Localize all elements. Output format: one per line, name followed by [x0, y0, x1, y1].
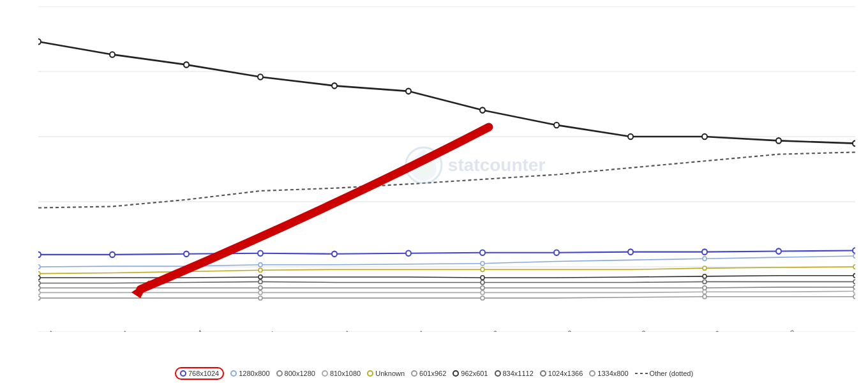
svg-point-27 [184, 252, 189, 257]
svg-point-26 [110, 252, 115, 258]
svg-text:Apr 2022: Apr 2022 [692, 329, 722, 332]
svg-text:May 2022: May 2022 [765, 328, 797, 332]
svg-point-49 [481, 276, 484, 280]
svg-text:Oct 2021: Oct 2021 [248, 329, 278, 332]
svg-point-37 [38, 265, 40, 269]
svg-point-62 [38, 290, 40, 294]
legend-label-800x1280: 800x1280 [285, 370, 315, 377]
svg-point-30 [406, 251, 411, 257]
legend-item-1334x800: 1334x800 [589, 370, 628, 377]
svg-point-69 [481, 296, 484, 300]
svg-point-51 [853, 274, 855, 278]
svg-point-40 [703, 257, 707, 260]
legend-dot-834x1112 [495, 370, 501, 377]
svg-point-52 [38, 281, 40, 285]
legend-dot-601x962 [411, 370, 417, 377]
svg-point-56 [853, 280, 855, 283]
svg-point-57 [38, 286, 40, 290]
legend-label-1334x800: 1334x800 [597, 370, 628, 377]
svg-text:June 2022: June 2022 [841, 327, 855, 332]
svg-text:Aug 2021: Aug 2021 [99, 328, 131, 332]
svg-point-60 [703, 286, 707, 290]
legend-label-unknown: Unknown [375, 370, 405, 377]
chart-legend: 768x1024 1280x800 800x1280 810x1080 Unkn… [0, 367, 868, 380]
svg-text:Feb 2022: Feb 2022 [543, 329, 574, 332]
svg-point-66 [853, 289, 855, 293]
legend-label-1280x800: 1280x800 [239, 370, 269, 377]
legend-dot-1334x800 [589, 370, 595, 377]
legend-item-834x1112: 834x1112 [495, 370, 534, 377]
legend-dot-962x601 [453, 370, 459, 377]
svg-point-17 [332, 83, 337, 89]
legend-dot-unknown [367, 370, 373, 377]
legend-label-1024x1366: 1024x1366 [548, 370, 583, 377]
svg-point-23 [776, 138, 781, 144]
legend-line-other [635, 373, 648, 374]
svg-point-39 [481, 262, 484, 266]
svg-point-32 [554, 250, 559, 255]
svg-point-15 [184, 62, 189, 68]
chart-container: statcounter 50% 40% 30% 20% 10% 0% [0, 0, 868, 383]
svg-point-67 [38, 296, 40, 300]
legend-label-834x1112: 834x1112 [503, 370, 534, 377]
svg-point-29 [332, 252, 337, 257]
legend-label-601x962: 601x962 [419, 370, 446, 377]
legend-label-810x1080: 810x1080 [330, 370, 361, 377]
legend-label-768x1024: 768x1024 [188, 370, 219, 377]
legend-item-768x1024: 768x1024 [175, 367, 224, 380]
svg-point-38 [258, 263, 262, 267]
legend-item-601x962: 601x962 [411, 370, 446, 377]
chart-area: statcounter 50% 40% 30% 20% 10% 0% [38, 6, 855, 332]
legend-dot-810x1080 [322, 370, 328, 377]
svg-text:Jan 2022: Jan 2022 [469, 329, 500, 332]
legend-dot-1280x800 [230, 370, 237, 377]
svg-point-13 [38, 39, 41, 45]
svg-point-31 [480, 250, 485, 255]
legend-item-800x1280: 800x1280 [276, 370, 315, 377]
svg-point-33 [628, 249, 633, 255]
svg-point-61 [853, 285, 855, 289]
svg-point-54 [481, 280, 484, 284]
svg-point-16 [258, 74, 263, 80]
svg-point-71 [853, 295, 855, 299]
svg-text:Dec 2021: Dec 2021 [395, 328, 427, 332]
main-chart-svg: 50% 40% 30% 20% 10% 0% [38, 6, 855, 332]
svg-text:Sept 2021: Sept 2021 [172, 327, 206, 332]
svg-point-63 [258, 290, 262, 294]
legend-item-other: Other (dotted) [635, 370, 693, 377]
svg-point-68 [258, 296, 262, 300]
svg-point-65 [703, 290, 707, 294]
svg-point-47 [38, 276, 40, 280]
svg-point-14 [110, 52, 115, 57]
svg-point-55 [703, 280, 707, 283]
svg-point-53 [258, 280, 262, 283]
svg-text:Nov 2021: Nov 2021 [321, 328, 353, 332]
legend-item-1280x800: 1280x800 [230, 370, 269, 377]
legend-label-other: Other (dotted) [650, 370, 693, 377]
svg-point-44 [481, 267, 484, 271]
svg-point-21 [628, 134, 633, 140]
legend-item-unknown: Unknown [367, 370, 405, 377]
svg-point-42 [38, 271, 40, 275]
svg-text:July 2021: July 2021 [38, 328, 57, 332]
legend-item-1024x1366: 1024x1366 [540, 370, 583, 377]
svg-point-41 [853, 254, 855, 258]
svg-point-19 [480, 107, 485, 113]
svg-point-34 [702, 249, 707, 255]
svg-point-50 [703, 274, 707, 278]
legend-dot-768x1024 [180, 370, 186, 377]
svg-point-20 [554, 123, 559, 128]
svg-point-24 [853, 140, 855, 146]
legend-dot-1024x1366 [540, 370, 546, 377]
svg-point-28 [258, 251, 263, 257]
svg-point-48 [258, 275, 262, 279]
svg-point-18 [406, 89, 411, 94]
svg-point-22 [702, 134, 707, 140]
svg-point-46 [853, 265, 855, 269]
legend-item-962x601: 962x601 [453, 370, 488, 377]
svg-point-59 [481, 286, 484, 290]
svg-point-43 [258, 268, 262, 272]
legend-label-962x601: 962x601 [461, 370, 488, 377]
svg-point-36 [853, 248, 855, 253]
svg-point-25 [38, 252, 41, 258]
